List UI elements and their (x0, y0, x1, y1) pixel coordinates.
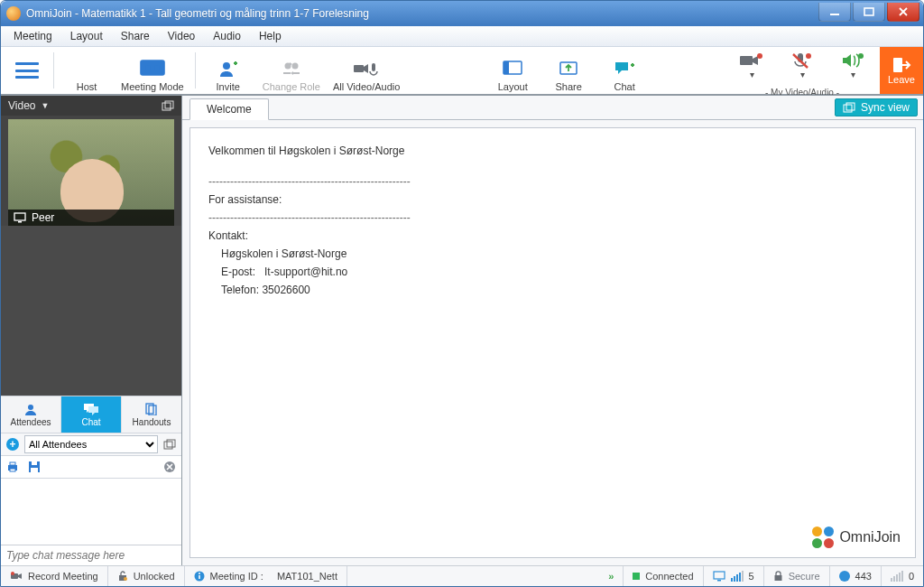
assistance-label: For assistanse: (208, 193, 897, 206)
locked-status[interactable]: Unlocked (108, 566, 185, 586)
record-meeting-button[interactable]: Record Meeting (1, 566, 108, 586)
all-video-audio-button[interactable]: All Video/Audio (328, 47, 405, 94)
attendees-icon (23, 403, 38, 415)
window-title: OmniJoin - Matematikk 1 - Tall geometri … (26, 7, 817, 20)
chevron-down-icon: ▾ (750, 70, 754, 79)
svg-rect-20 (165, 101, 173, 108)
signal-icon (731, 571, 744, 582)
svg-rect-21 (14, 213, 25, 220)
svg-point-7 (291, 63, 298, 70)
menu-share[interactable]: Share (112, 28, 159, 44)
chat-target-select[interactable]: All Attendees (24, 435, 158, 453)
expand-status[interactable]: » (599, 566, 624, 586)
svg-rect-29 (10, 462, 15, 465)
main-toolbar: Host Meeting Mode Invite Change Role Al (1, 47, 923, 95)
svg-rect-36 (846, 103, 855, 110)
leave-button[interactable]: Leave (880, 47, 923, 94)
status-bar: Record Meeting Unlocked Meeting ID : MAT… (1, 565, 923, 586)
menu-video[interactable]: Video (159, 28, 204, 44)
video-thumbnail[interactable]: Peer (8, 119, 174, 226)
invite-button[interactable]: Invite (201, 47, 255, 94)
video-panel-header[interactable]: Video ▼ (1, 96, 181, 116)
clear-chat-icon[interactable] (163, 461, 176, 473)
menu-help[interactable]: Help (250, 28, 291, 44)
left-tabs: Attendees Chat Handouts (1, 396, 181, 433)
svg-rect-30 (10, 469, 15, 471)
net-status: 0 (882, 566, 923, 586)
tab-welcome[interactable]: Welcome (189, 98, 269, 120)
content-tabs: Welcome Sync view (182, 96, 923, 120)
chevron-down-icon: ▾ (800, 70, 805, 79)
contact-email: E-post: It-support@hit.no (208, 266, 897, 278)
svg-point-16 (806, 53, 811, 59)
hamburger-button[interactable] (15, 62, 39, 79)
contact-phone: Telefon: 35026600 (208, 284, 897, 296)
contact-org: Høgskolen i Sørøst-Norge (208, 247, 897, 260)
maximize-button[interactable] (853, 3, 885, 22)
save-icon[interactable] (28, 461, 41, 473)
window-buttons (817, 3, 919, 21)
print-icon[interactable] (6, 461, 19, 473)
connection-status: Connected (624, 566, 703, 586)
titlebar[interactable]: OmniJoin - Matematikk 1 - Tall geometri … (1, 1, 923, 26)
svg-rect-8 (354, 65, 364, 72)
popout-icon[interactable] (162, 100, 174, 111)
svg-rect-35 (844, 105, 852, 112)
svg-rect-22 (18, 221, 22, 223)
welcome-content: Velkommen til Høgskolen i Sørøst-Norge -… (189, 127, 916, 558)
minimize-button[interactable] (818, 3, 851, 22)
lock-icon (773, 571, 783, 582)
sync-view-button[interactable]: Sync view (835, 98, 918, 116)
layout-button[interactable]: Layout (485, 47, 540, 94)
leave-icon (892, 56, 911, 74)
omnijoin-icon (812, 526, 834, 548)
handouts-icon (144, 403, 159, 415)
my-camera-button[interactable]: ▾ (732, 44, 772, 88)
record-icon (10, 571, 23, 582)
unlock-icon (117, 571, 128, 582)
chat-target-row: + All Attendees (1, 433, 181, 456)
chat-tools (1, 456, 181, 479)
add-chat-button[interactable]: + (6, 438, 19, 451)
welcome-heading: Velkommen til Høgskolen i Sørøst-Norge (208, 144, 897, 157)
svg-rect-11 (504, 61, 509, 74)
change-role-button: Change Role (257, 47, 326, 94)
meeting-mode-button[interactable]: Meeting Mode (116, 47, 189, 94)
tab-handouts[interactable]: Handouts (122, 396, 181, 433)
my-mic-button[interactable]: ▾ (782, 44, 822, 88)
chat-messages[interactable] (1, 479, 181, 545)
secure-status: Secure (764, 566, 830, 586)
video-thumb-label: Peer (8, 210, 174, 226)
tab-chat[interactable]: Chat (61, 396, 122, 433)
my-speaker-button[interactable]: ▾ (833, 44, 873, 88)
svg-point-23 (28, 405, 33, 410)
svg-point-17 (858, 53, 864, 59)
chat-input[interactable] (1, 545, 181, 565)
chevron-down-icon: ▼ (41, 101, 49, 110)
chat-button[interactable]: Chat (597, 47, 651, 94)
screens-status: 5 (704, 566, 764, 586)
status-dot-icon (633, 573, 640, 580)
svg-point-14 (757, 53, 762, 59)
tab-attendees[interactable]: Attendees (1, 396, 61, 433)
menu-layout[interactable]: Layout (61, 28, 112, 44)
menu-meeting[interactable]: Meeting (5, 28, 61, 44)
all-va-icon (353, 58, 380, 79)
main-panel: Welcome Sync view Velkommen til Høgskole… (182, 96, 923, 565)
share-button[interactable]: Share (541, 47, 596, 94)
popout-icon[interactable] (163, 439, 176, 450)
chat-icon (614, 58, 635, 79)
svg-rect-45 (717, 580, 721, 582)
video-area (1, 226, 181, 396)
svg-rect-33 (31, 468, 38, 472)
svg-rect-32 (32, 461, 37, 465)
menu-audio[interactable]: Audio (204, 28, 250, 44)
signal-icon (891, 571, 903, 582)
globe-icon (839, 571, 850, 582)
svg-rect-13 (740, 56, 753, 65)
contact-header: Kontakt: (208, 229, 897, 242)
svg-point-5 (223, 62, 230, 70)
close-button[interactable] (887, 3, 919, 22)
brand-logo: OmniJoin (812, 526, 901, 548)
chevron-down-icon: ▾ (851, 70, 855, 79)
